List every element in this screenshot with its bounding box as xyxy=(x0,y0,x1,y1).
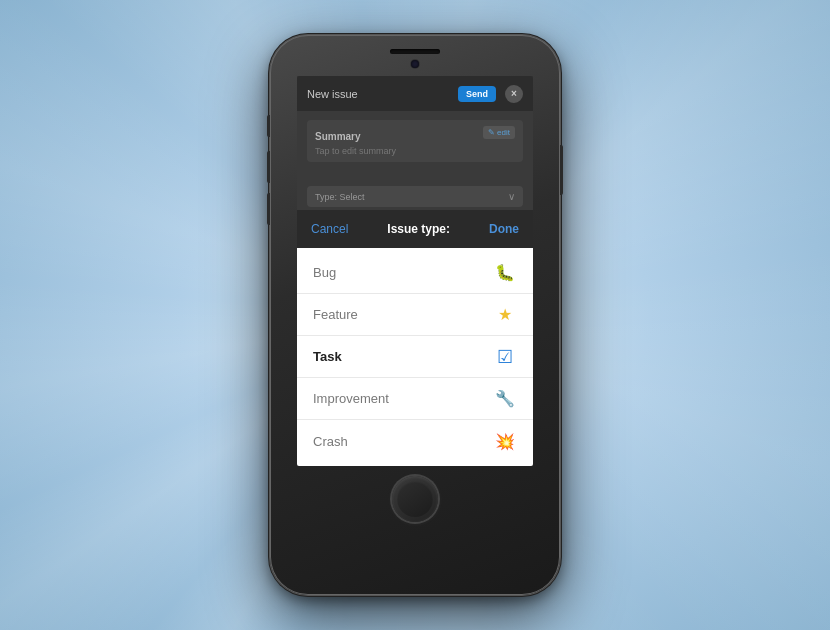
send-button[interactable]: Send xyxy=(458,86,496,102)
type-chevron-icon: ∨ xyxy=(508,191,515,202)
speaker-grille xyxy=(390,49,440,54)
picker-title: Issue type: xyxy=(387,222,450,236)
picker-item-bug[interactable]: Bug 🐛 xyxy=(297,252,533,294)
power-button[interactable] xyxy=(560,145,563,195)
task-icon: ☑ xyxy=(493,346,517,368)
picker-done-button[interactable]: Done xyxy=(489,222,519,236)
picker-item-crash[interactable]: Crash 💥 xyxy=(297,420,533,462)
summary-section: Summary ✎ edit Tap to edit summary xyxy=(307,120,523,162)
crash-label: Crash xyxy=(313,434,348,449)
phone-screen: New issue Send × Summary ✎ edit Tap to e… xyxy=(297,76,533,466)
close-button[interactable]: × xyxy=(505,85,523,103)
picker-cancel-button[interactable]: Cancel xyxy=(311,222,348,236)
type-dropdown[interactable]: Type: Select ∨ xyxy=(307,186,523,207)
home-button-inner xyxy=(397,481,433,517)
picker-header: Cancel Issue type: Done xyxy=(297,210,533,248)
picker-list: Bug 🐛 Feature ★ Task ☑ Improvement 🔧 Cra… xyxy=(297,248,533,466)
edit-label: edit xyxy=(497,128,510,137)
picker-item-feature[interactable]: Feature ★ xyxy=(297,294,533,336)
volume-down-button[interactable] xyxy=(267,193,270,225)
type-label: Type: Select xyxy=(315,192,365,202)
feature-icon: ★ xyxy=(493,305,517,324)
edit-icon: ✎ xyxy=(488,128,495,137)
feature-label: Feature xyxy=(313,307,358,322)
summary-edit-button[interactable]: ✎ edit xyxy=(483,126,515,139)
form-title: New issue xyxy=(307,88,358,100)
issue-type-picker: Cancel Issue type: Done Bug 🐛 Feature ★ … xyxy=(297,210,533,466)
summary-placeholder[interactable]: Tap to edit summary xyxy=(315,146,515,156)
front-camera xyxy=(411,60,419,68)
picker-item-improvement[interactable]: Improvement 🔧 xyxy=(297,378,533,420)
bug-icon: 🐛 xyxy=(493,263,517,282)
picker-item-task[interactable]: Task ☑ xyxy=(297,336,533,378)
improvement-label: Improvement xyxy=(313,391,389,406)
summary-title: Summary xyxy=(315,131,361,142)
task-label: Task xyxy=(313,349,342,364)
bug-label: Bug xyxy=(313,265,336,280)
home-button[interactable] xyxy=(392,476,438,522)
crash-icon: 💥 xyxy=(493,432,517,451)
improvement-icon: 🔧 xyxy=(493,389,517,408)
form-topbar: New issue Send × xyxy=(297,76,533,111)
phone-shell: New issue Send × Summary ✎ edit Tap to e… xyxy=(270,35,560,595)
volume-up-button[interactable] xyxy=(267,151,270,183)
mute-button[interactable] xyxy=(267,115,270,137)
